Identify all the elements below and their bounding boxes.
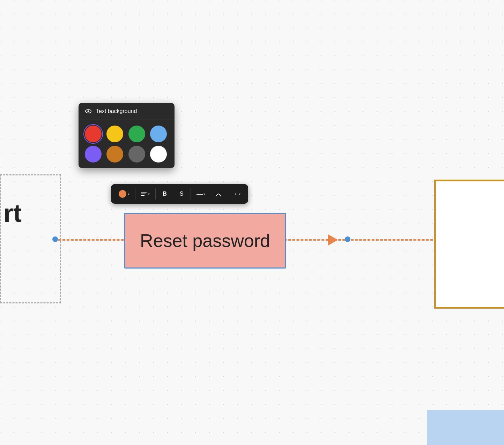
toolbar-color-dot xyxy=(119,190,126,198)
color-picker-popup: Text background xyxy=(79,103,175,168)
swatch-yellow[interactable] xyxy=(106,126,123,142)
toolbar-lines-button[interactable]: ▾ xyxy=(138,187,153,201)
toolbar-divider-3 xyxy=(191,188,191,199)
toolbar-strikethrough-section: S xyxy=(173,187,190,201)
toolbar-curve-section xyxy=(210,187,227,201)
arrow-icon: → xyxy=(232,191,237,197)
toolbar-lines-chevron: ▾ xyxy=(148,192,150,196)
swatch-orange[interactable] xyxy=(106,146,123,163)
toolbar-lines-section: ▾ xyxy=(136,187,155,201)
strikethrough-icon: S xyxy=(180,191,184,197)
swatch-green[interactable] xyxy=(128,126,145,142)
color-picker-title: Text background xyxy=(96,108,137,114)
toolbar-bold-button[interactable]: B xyxy=(158,187,171,201)
connector-arrowhead xyxy=(328,234,338,246)
blue-node-partial xyxy=(427,410,504,445)
toolbar-curve-button[interactable] xyxy=(212,187,225,201)
connector-handle-left[interactable] xyxy=(52,236,58,242)
toolbar-color-button[interactable]: ▾ xyxy=(116,187,132,201)
toolbar-color-chevron: ▾ xyxy=(128,192,129,196)
lines-icon xyxy=(141,192,147,196)
color-picker-header: Text background xyxy=(79,103,175,120)
eye-icon xyxy=(85,108,92,115)
swatch-blue[interactable] xyxy=(150,126,167,142)
toolbar-arrow-button[interactable]: → ▾ xyxy=(229,187,243,201)
connector-handle-right[interactable] xyxy=(345,236,350,242)
color-swatch-grid xyxy=(79,120,175,168)
formatting-toolbar: ▾ ▾ B S — ▾ xyxy=(111,184,248,204)
partial-node-text: rt xyxy=(0,199,22,227)
curve-icon xyxy=(215,190,222,197)
toolbar-color-section: ▾ xyxy=(114,187,134,201)
reset-password-node[interactable]: Reset password xyxy=(124,213,286,269)
toolbar-arrow-section: → ▾ xyxy=(227,187,245,201)
svg-point-1 xyxy=(88,111,89,112)
swatch-white[interactable] xyxy=(150,146,167,163)
toolbar-dash-button[interactable]: — ▾ xyxy=(194,187,208,201)
selection-rectangle xyxy=(0,174,61,303)
swatch-gray[interactable] xyxy=(128,146,145,163)
swatch-red[interactable] xyxy=(85,126,102,142)
toolbar-dash-section: — ▾ xyxy=(192,187,210,201)
reset-password-label: Reset password xyxy=(140,230,270,251)
toolbar-dash-chevron: ▾ xyxy=(203,192,205,196)
dash-icon: — xyxy=(197,190,202,198)
toolbar-bold-section: B xyxy=(156,187,173,201)
gold-node-partial xyxy=(434,180,504,309)
toolbar-arrow-chevron: ▾ xyxy=(239,192,240,196)
toolbar-divider-1 xyxy=(135,188,135,199)
swatch-purple[interactable] xyxy=(85,146,102,163)
toolbar-divider-2 xyxy=(155,188,156,199)
toolbar-strikethrough-button[interactable]: S xyxy=(175,187,188,201)
